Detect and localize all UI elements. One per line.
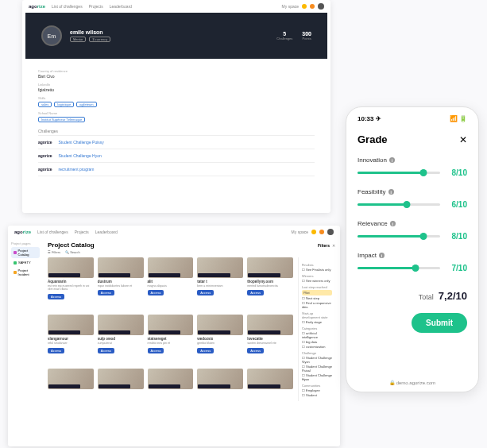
- grade-slider[interactable]: [358, 235, 440, 238]
- info-icon[interactable]: i: [390, 221, 396, 226]
- notification-icon[interactable]: [311, 230, 316, 234]
- close-icon[interactable]: ✕: [459, 134, 467, 145]
- challenge-row[interactable]: agorize Student Challenge Poissy: [38, 136, 315, 149]
- filter-option[interactable]: ☐ customization: [302, 345, 332, 349]
- project-card[interactable]: [48, 369, 94, 401]
- challenge-link[interactable]: Student Challenge Hyon: [59, 153, 102, 158]
- project-card[interactable]: lovecattesanten dresenamel eteAccess: [247, 315, 293, 365]
- close-filters-icon[interactable]: ✕: [332, 243, 335, 248]
- card-title: slangarnour: [48, 337, 94, 341]
- role-badge: Mentor: [70, 37, 86, 42]
- access-button[interactable]: Access: [48, 294, 64, 299]
- filter-section: Categories: [302, 326, 332, 330]
- nav-myspace[interactable]: My space: [282, 4, 299, 9]
- access-button[interactable]: Access: [148, 290, 164, 295]
- filter-option[interactable]: ☐ Student Challenge Hyon: [302, 373, 332, 381]
- user-avatar[interactable]: [318, 3, 324, 10]
- filter-option[interactable]: ☐ Student Challenge Viyon: [302, 356, 332, 364]
- filters-toggle[interactable]: Filters: [318, 243, 330, 248]
- access-button[interactable]: Access: [247, 290, 264, 295]
- status-icons: 📶 🔋: [450, 115, 467, 122]
- filter-option[interactable]: ☐ Next step: [302, 296, 332, 300]
- filter-option[interactable]: ☐ Find a responsive idea: [302, 301, 332, 309]
- school-tag[interactable]: Institut Supérieur Télémaque: [38, 117, 85, 122]
- challenge-logo: agorize: [38, 140, 52, 145]
- criterion-label: Impact i: [358, 252, 467, 259]
- info-icon[interactable]: i: [388, 189, 394, 195]
- grade-slider[interactable]: [358, 267, 440, 269]
- status-time: 10:33 ✈: [358, 115, 381, 122]
- project-card[interactable]: [197, 369, 243, 401]
- grade-slider[interactable]: [358, 203, 440, 206]
- filter-option[interactable]: ☐ artificial intelligence: [302, 331, 332, 339]
- tool-filters[interactable]: ☰ Filters: [48, 250, 60, 254]
- project-card[interactable]: tatar tbem a minimveniamAccess: [197, 257, 243, 311]
- alert-icon[interactable]: [310, 4, 315, 9]
- project-card[interactable]: alitmagna aliqauisAccess: [148, 257, 194, 311]
- access-button[interactable]: Access: [197, 348, 214, 353]
- access-button[interactable]: Access: [197, 290, 214, 295]
- filter-option[interactable]: ☐ See Finalists only: [302, 268, 332, 272]
- criterion-label: Feasibility i: [358, 188, 467, 195]
- access-button[interactable]: Access: [48, 348, 64, 353]
- notification-icon[interactable]: [302, 4, 307, 9]
- filter-option[interactable]: ☐ Student: [302, 393, 332, 397]
- project-card[interactable]: slangarnourreful smolanaerAccess: [48, 315, 94, 365]
- card-image: [197, 369, 243, 389]
- project-card[interactable]: dustrummpar incididuntes labore etAccess: [98, 257, 144, 311]
- card-image: [148, 257, 194, 278]
- project-card[interactable]: statseregetrendric ines pin etAccess: [148, 315, 194, 365]
- filter-option[interactable]: ☐ See winners only: [302, 279, 332, 283]
- logo[interactable]: agorize: [29, 4, 45, 9]
- tool-search[interactable]: 🔍 Search: [65, 250, 80, 254]
- nav-projects[interactable]: Projects: [75, 230, 89, 234]
- sidebar-item[interactable]: Project Incident: [11, 267, 40, 278]
- info-icon[interactable]: i: [379, 253, 385, 258]
- project-card[interactable]: sulp owodcumputeratAccess: [98, 315, 144, 365]
- project-card[interactable]: [98, 369, 144, 401]
- filter-option[interactable]: ☐ Student Challenge Paisal: [302, 365, 332, 373]
- access-button[interactable]: Access: [98, 290, 114, 295]
- sidebar-item[interactable]: SAFETY: [11, 259, 40, 266]
- filter-option[interactable]: ☐ Early stage: [302, 320, 332, 324]
- card-image: [98, 257, 144, 278]
- challenge-row[interactable]: agorize Student Challenge Hyon: [38, 149, 315, 163]
- nav-challenges[interactable]: List of challenges: [52, 4, 83, 9]
- nav-leaderboard[interactable]: Leaderboard: [95, 230, 118, 234]
- card-image: [247, 315, 293, 335]
- filter-option[interactable]: ☐ big data: [302, 340, 332, 344]
- access-button[interactable]: Access: [148, 348, 164, 353]
- access-button[interactable]: Access: [98, 348, 114, 353]
- submit-button[interactable]: Submit: [412, 313, 467, 333]
- nav-challenges[interactable]: List of challenges: [37, 230, 68, 234]
- logo[interactable]: agorize: [14, 230, 31, 234]
- info-icon[interactable]: i: [389, 157, 395, 163]
- skill-tag[interactable]: agileteam: [76, 102, 96, 107]
- grade-slider[interactable]: [358, 172, 440, 174]
- card-title: tatar t: [197, 280, 243, 284]
- skill-tag[interactable]: logistique: [54, 102, 74, 107]
- sidebar-item[interactable]: Project Catalog: [11, 247, 40, 258]
- nav-projects[interactable]: Projects: [89, 4, 103, 9]
- challenge-link[interactable]: Student Challenge Poissy: [59, 140, 104, 145]
- project-card[interactable]: thopellyny.oommerted lamotrudexercitaAcc…: [247, 257, 293, 311]
- filter-badge[interactable]: Pilot: [302, 290, 332, 295]
- profile-avatar: Em: [41, 25, 62, 46]
- access-button[interactable]: Access: [247, 348, 264, 353]
- card-subtitle: magna aliqauis: [148, 284, 194, 288]
- challenge-row[interactable]: agorize recruitment program: [38, 163, 315, 176]
- project-card[interactable]: [247, 369, 293, 401]
- filter-option[interactable]: ☐ Employee: [302, 388, 332, 392]
- project-card[interactable]: Aquamarinest rein eip euxered repreh in …: [48, 257, 94, 311]
- user-avatar[interactable]: [327, 229, 334, 235]
- project-card[interactable]: [148, 369, 194, 401]
- skill-tag[interactable]: sales: [38, 102, 52, 107]
- profile-hero: Em emile wilson Mentor $ currency 5Chall…: [25, 13, 327, 59]
- project-card[interactable]: wedozsixgembo blatenAccess: [197, 315, 243, 365]
- card-image: [197, 257, 243, 278]
- nav-myspace[interactable]: My space: [292, 230, 308, 234]
- alert-icon[interactable]: [319, 230, 324, 234]
- challenge-link[interactable]: recruitment program: [59, 167, 95, 172]
- country-label: Country of residence: [38, 69, 315, 73]
- nav-leaderboard[interactable]: Leaderboard: [110, 4, 132, 9]
